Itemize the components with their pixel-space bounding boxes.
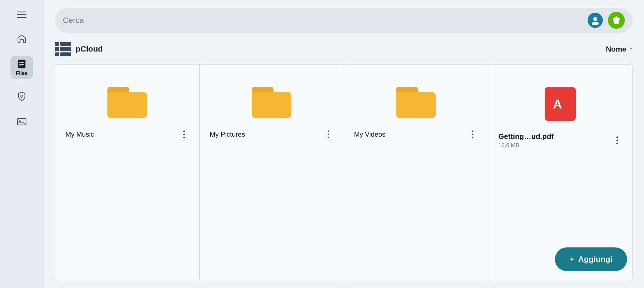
- file-name-row-pdf: Getting…ud.pdf 15,6 MB: [498, 132, 622, 149]
- pdf-icon: A: [545, 87, 576, 121]
- file-size-pdf: 15,6 MB: [498, 142, 609, 149]
- svg-point-4: [21, 95, 23, 97]
- svg-rect-5: [21, 97, 22, 98]
- sort-direction: ↑: [629, 45, 633, 54]
- sidebar-item-photos[interactable]: [10, 114, 33, 130]
- sidebar-nav: Files: [10, 30, 33, 280]
- sort-controls[interactable]: Nome ↑: [606, 45, 633, 54]
- file-name-row-my-videos: My Videos: [354, 129, 478, 139]
- more-button-pdf[interactable]: [612, 135, 622, 145]
- sort-label: Nome: [606, 45, 626, 54]
- premium-badge[interactable]: [608, 12, 625, 29]
- user-avatar-icon: [590, 15, 600, 25]
- svg-rect-1: [19, 62, 24, 63]
- search-input[interactable]: [63, 16, 588, 25]
- pdf-icon-wrap: A: [498, 76, 622, 121]
- files-icon: [16, 59, 27, 69]
- folder-icon-my-pictures: [252, 87, 291, 118]
- sidebar-item-files[interactable]: Files: [10, 56, 33, 79]
- photos-icon: [16, 116, 27, 127]
- diamond-icon: [611, 15, 621, 25]
- file-card-my-pictures[interactable]: My Pictures: [200, 65, 344, 280]
- folder-header: pCloud Nome ↑: [55, 42, 633, 56]
- folder-icon-my-videos: [396, 87, 436, 118]
- file-name-row-my-music: My Music: [65, 129, 189, 139]
- add-icon: +: [570, 255, 574, 264]
- file-card-my-music[interactable]: My Music: [55, 65, 200, 280]
- menu-button[interactable]: [15, 8, 28, 21]
- svg-point-8: [593, 17, 597, 21]
- svg-rect-2: [19, 64, 24, 65]
- folder-title: pCloud: [76, 45, 103, 54]
- more-button-my-pictures[interactable]: [323, 129, 334, 139]
- more-button-my-videos[interactable]: [467, 129, 478, 139]
- sidebar-item-home[interactable]: [10, 30, 33, 47]
- home-icon: [16, 33, 27, 44]
- list-view-button[interactable]: [55, 42, 71, 56]
- pdf-acrobat-icon: A: [550, 94, 570, 114]
- svg-rect-3: [19, 66, 22, 66]
- sidebar: Files: [0, 0, 44, 288]
- sidebar-item-security[interactable]: [10, 88, 33, 105]
- folder-icon-wrap: [354, 76, 478, 118]
- add-label: Aggiungi: [578, 255, 612, 264]
- folder-icon-my-music: [107, 87, 147, 118]
- file-name-my-pictures: My Pictures: [210, 130, 321, 138]
- more-button-my-music[interactable]: [179, 129, 189, 139]
- search-icons: [588, 12, 625, 29]
- search-bar: [55, 8, 633, 33]
- security-icon: [16, 91, 27, 102]
- files-label: Files: [16, 70, 27, 76]
- svg-point-9: [592, 22, 599, 25]
- svg-text:A: A: [553, 97, 562, 111]
- svg-rect-6: [17, 119, 26, 125]
- folder-icon-wrap: [210, 76, 334, 118]
- file-card-my-videos[interactable]: My Videos: [344, 65, 488, 280]
- files-grid: My Music My Pictures: [55, 64, 633, 280]
- main-content: pCloud Nome ↑ My Music M: [44, 0, 644, 288]
- file-name-pdf: Getting…ud.pdf: [498, 132, 553, 141]
- file-name-my-videos: My Videos: [354, 130, 465, 138]
- add-button[interactable]: + Aggiungi: [555, 247, 627, 271]
- user-avatar[interactable]: [588, 13, 603, 28]
- svg-marker-11: [613, 16, 620, 19]
- folder-icon-wrap: [65, 76, 189, 118]
- pdf-name-group: Getting…ud.pdf 15,6 MB: [498, 132, 609, 149]
- file-name-row-my-pictures: My Pictures: [210, 129, 334, 139]
- file-name-my-music: My Music: [65, 130, 176, 138]
- folder-header-left: pCloud: [55, 42, 103, 56]
